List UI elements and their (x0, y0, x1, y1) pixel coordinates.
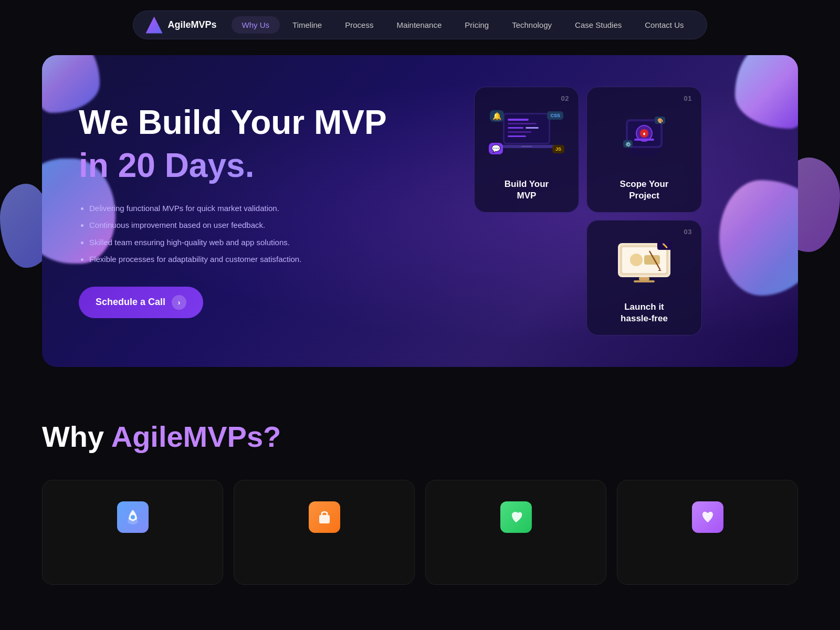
nav-link-why-us[interactable]: Why Us (232, 16, 280, 34)
cta-arrow-icon: › (172, 295, 186, 310)
why-icon-orange (309, 501, 340, 533)
svg-point-23 (630, 254, 643, 266)
navbar: AgileMVPs Why Us Timeline Process Mainte… (0, 0, 840, 50)
why-title-prefix: Why (42, 420, 111, 453)
card-launch-image: ✏️ (597, 231, 691, 295)
card-scope-project: 01 ♦ (586, 87, 702, 213)
badge-css: CSS (547, 111, 563, 120)
svg-text:✏️: ✏️ (662, 243, 668, 249)
hero-title-line2: in 20 Days. (79, 145, 394, 186)
svg-rect-2 (508, 119, 529, 121)
why-icon-blue (117, 501, 149, 533)
logo[interactable]: AgileMVPs (146, 17, 217, 34)
svg-point-32 (131, 515, 135, 519)
why-card-1 (42, 480, 223, 585)
hero-right-cards: 02 (394, 87, 761, 335)
card-launch-label: Launch ithassle-free (621, 295, 668, 324)
svg-rect-6 (508, 131, 531, 133)
svg-rect-28 (634, 280, 655, 282)
leaf-icon (507, 508, 526, 527)
scope-illustration: ♦ 🎨 ⚙️ (615, 111, 673, 159)
bag-icon (315, 508, 334, 527)
why-title: Why AgileMVPs? (42, 419, 798, 454)
badge-bell-icon: 🔔 (490, 110, 504, 122)
logo-icon (146, 17, 163, 34)
nav-pill: AgileMVPs Why Us Timeline Process Mainte… (133, 10, 708, 39)
why-icon-green (500, 501, 532, 533)
why-card-2 (234, 480, 415, 585)
hero-title-line1: We Build Your MVP (79, 104, 394, 141)
card-launch-number: 03 (684, 228, 692, 236)
svg-rect-8 (521, 146, 532, 147)
why-icon-purple (692, 501, 723, 533)
svg-rect-5 (526, 127, 539, 129)
nav-link-timeline[interactable]: Timeline (282, 16, 332, 34)
why-card-3-icon (495, 496, 537, 538)
nav-link-maintenance[interactable]: Maintenance (386, 16, 452, 34)
svg-text:⚙️: ⚙️ (625, 141, 632, 148)
why-card-4 (617, 480, 798, 585)
why-title-accent: AgileMVPs? (111, 420, 281, 453)
svg-rect-3 (508, 123, 537, 124)
schedule-call-button[interactable]: Schedule a Call › (79, 287, 203, 318)
card-build-mvp: 02 (474, 87, 579, 213)
svg-text:♦: ♦ (643, 131, 645, 136)
svg-text:🎨: 🎨 (657, 118, 664, 124)
hero-section: We Build Your MVP in 20 Days. Delivering… (42, 55, 798, 367)
launch-illustration: ✏️ (613, 240, 676, 285)
bullet-3: Skilled team ensuring high-quality web a… (89, 237, 394, 249)
badge-js: JS (552, 145, 564, 153)
card-scope-image: ♦ 🎨 ⚙️ (597, 98, 691, 172)
nav-link-technology[interactable]: Technology (501, 16, 562, 34)
svg-rect-33 (319, 515, 330, 523)
badge-message-icon: 💬 (489, 143, 503, 154)
nav-links: Why Us Timeline Process Maintenance Pric… (232, 16, 695, 34)
svg-rect-27 (639, 277, 649, 280)
card-build-number: 02 (561, 94, 569, 102)
svg-rect-4 (508, 127, 523, 129)
why-cards-grid (42, 480, 798, 585)
rocket-icon (123, 508, 142, 527)
nav-link-process[interactable]: Process (334, 16, 384, 34)
why-section: Why AgileMVPs? (0, 388, 840, 606)
bullet-1: Delivering functional MVPs for quick mar… (89, 203, 394, 215)
svg-rect-13 (634, 139, 654, 141)
nav-link-case-studies[interactable]: Case Studies (564, 16, 632, 34)
why-card-2-icon (303, 496, 345, 538)
why-card-1-icon (112, 496, 154, 538)
card-build-label: Build YourMVP (505, 172, 549, 202)
hero-left-content: We Build Your MVP in 20 Days. Delivering… (79, 104, 394, 318)
why-card-3 (425, 480, 606, 585)
nav-link-contact-us[interactable]: Contact Us (634, 16, 694, 34)
hero-cards-grid: 02 (474, 87, 702, 335)
nav-link-pricing[interactable]: Pricing (454, 16, 499, 34)
hero-bullets: Delivering functional MVPs for quick mar… (79, 203, 394, 266)
why-card-4-icon (687, 496, 729, 538)
svg-rect-7 (508, 135, 526, 137)
card-scope-label: Scope YourProject (620, 172, 669, 202)
card-scope-number: 01 (684, 94, 692, 102)
card-launch: 03 (586, 220, 702, 335)
heart-icon (698, 508, 717, 527)
cta-label: Schedule a Call (96, 297, 165, 308)
bullet-2: Continuous improvement based on user fee… (89, 219, 394, 232)
card-build-image: CSS JS 🔔 💬 (485, 98, 568, 172)
logo-text: AgileMVPs (168, 19, 217, 30)
bullet-4: Flexible processes for adaptability and … (89, 254, 394, 266)
